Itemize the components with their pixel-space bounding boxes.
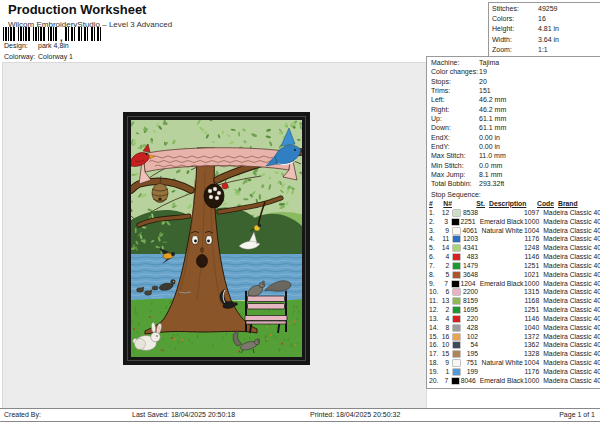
swatch-cell [448, 280, 459, 288]
stop-number: 11. [429, 297, 439, 304]
machine-setting-row: Down: 61.1 mm [427, 124, 600, 133]
machine-setting-value: 0.00 in [479, 143, 600, 152]
page-number: Page 1 of 1 [559, 411, 595, 418]
machine-setting-value: 46.2 mm [479, 96, 600, 105]
stitch-count: 483 [461, 253, 479, 260]
stitch-count: 1695 [461, 306, 479, 313]
machine-setting-row: Total Bobbin: 293.32ft [427, 180, 600, 189]
thread-code: 1251 [523, 262, 540, 269]
stop-sequence-table: 1. 12 8538 1097 Madeira Classic 40 2. 3 … [427, 209, 600, 386]
summary-value: 1:1 [538, 46, 600, 56]
thread-code: 1097 [523, 209, 540, 216]
colorway-label: Colorway: [4, 53, 35, 60]
stop-sequence-row: 5. 14 4341 1248 Madeira Classic 40 [427, 244, 600, 253]
stop-sequence-row: 1. 12 8538 1097 Madeira Classic 40 [427, 209, 600, 218]
thread-description: Emerald Black [476, 377, 524, 384]
col-header-needle: N# [440, 200, 452, 209]
stop-sequence-row: 17. 15 195 1328 Madeira Classic 40 [427, 350, 600, 359]
needle-number: 5 [439, 271, 450, 278]
thread-brand: Madeira Classic 40 [539, 306, 600, 313]
thread-brand: Madeira Classic 40 [539, 253, 600, 260]
created-by-label: Created By: [4, 411, 41, 418]
needle-number: 10 [439, 341, 450, 348]
summary-value: 16 [538, 15, 600, 25]
machine-setting-value: 19 [479, 68, 600, 77]
stitch-count: 751 [460, 359, 477, 366]
stitch-count: 1203 [461, 235, 479, 242]
swatch-cell [449, 271, 460, 279]
swatch-cell [449, 341, 460, 349]
machine-setting-value: 11.0 mm [479, 152, 600, 161]
thread-color-swatch [453, 307, 460, 313]
stop-number: 19. [429, 368, 439, 375]
thread-color-swatch [453, 254, 460, 260]
needle-number: 12 [439, 209, 450, 216]
stop-sequence-row: 13. 4 220 1146 Madeira Classic 40 [427, 315, 600, 324]
machine-setting-row: Stops: 20 [427, 78, 600, 87]
stop-number: 3. [429, 227, 439, 234]
needle-number: 16 [439, 333, 450, 340]
col-header-number: # [429, 200, 440, 209]
thread-color-swatch [452, 378, 459, 384]
stop-sequence-row: 18. 9 751 Natural White 1004 Madeira Cla… [427, 359, 600, 368]
barcode-bars-right [65, 27, 101, 41]
thread-description: Natural White [478, 227, 523, 234]
stop-number: 15. [429, 333, 439, 340]
machine-setting-label: Left: [431, 96, 479, 105]
machine-setting-row: Max Stitch: 11.0 mm [427, 152, 600, 161]
thread-description: Emerald Black [476, 280, 524, 287]
design-value: park 4,8in [38, 42, 69, 49]
needle-number: 11 [439, 235, 450, 242]
stitch-count: 3648 [461, 271, 479, 278]
thread-code: 1176 [523, 235, 540, 242]
thread-color-swatch [453, 351, 460, 357]
needle-number: 2 [439, 262, 450, 269]
swatch-cell [449, 350, 460, 358]
thread-brand: Madeira Classic 40 [539, 333, 600, 340]
stop-sequence-row: 11. 13 8159 1168 Madeira Classic 40 [427, 297, 600, 306]
thread-code: 1146 [523, 315, 540, 322]
machine-setting-label: Total Bobbin: [431, 180, 479, 189]
barcode-comma: , [60, 35, 63, 41]
swatch-cell [449, 244, 460, 252]
summary-label: Stitches: [492, 5, 538, 15]
needle-number: 3 [438, 218, 448, 225]
swatch-cell [449, 368, 460, 376]
thread-color-swatch [453, 236, 460, 242]
machine-setting-value: 151 [479, 87, 600, 96]
thread-color-swatch [453, 210, 460, 216]
thread-color-swatch [453, 334, 460, 340]
thread-color-swatch [452, 281, 459, 287]
machine-setting-value: 61.1 mm [479, 115, 600, 124]
thread-brand: Madeira Classic 40 [539, 280, 600, 287]
summary-value: 3.64 in [538, 36, 600, 46]
design-barcode: , [3, 27, 101, 41]
thread-code: 1251 [523, 306, 540, 313]
page-footer: Created By: Last Saved: 18/04/2025 20:50… [0, 408, 600, 422]
stop-number: 7. [429, 262, 439, 269]
swatch-cell [449, 253, 460, 261]
swatch-cell [449, 235, 460, 243]
thread-brand: Madeira Classic 40 [539, 341, 600, 348]
thread-brand: Madeira Classic 40 [539, 288, 600, 295]
thread-brand: Madeira Classic 40 [539, 244, 600, 251]
design-summary-box: Stitches: 49259 Colors: 16 Height: 4.81 … [488, 2, 600, 58]
stop-number: 13. [429, 315, 439, 322]
stitch-count: 8046 [459, 377, 475, 384]
thread-code: 1040 [523, 324, 540, 331]
thread-color-swatch [453, 316, 460, 322]
needle-number: 8 [439, 324, 450, 331]
needle-number: 7 [438, 280, 448, 287]
thread-code: 1021 [523, 271, 540, 278]
swatch-cell [448, 377, 459, 385]
stop-sequence-row: 7. 2 1479 1251 Madeira Classic 40 [427, 262, 600, 271]
machine-setting-value: 0.0 mm [479, 162, 600, 171]
machine-info-column: Machine: Tajima Color changes: 19 Stops:… [426, 56, 600, 389]
design-row: Design: park 4,8in [4, 42, 28, 49]
stop-sequence-row: 6. 4 483 1146 Madeira Classic 40 [427, 253, 600, 262]
stop-sequence-row: 15. 16 102 1372 Madeira Classic 40 [427, 333, 600, 342]
stop-sequence-row: 4. 11 1203 1176 Madeira Classic 40 [427, 235, 600, 244]
thread-color-swatch [453, 272, 460, 278]
stop-number: 17. [429, 350, 439, 357]
swatch-cell [448, 218, 459, 226]
